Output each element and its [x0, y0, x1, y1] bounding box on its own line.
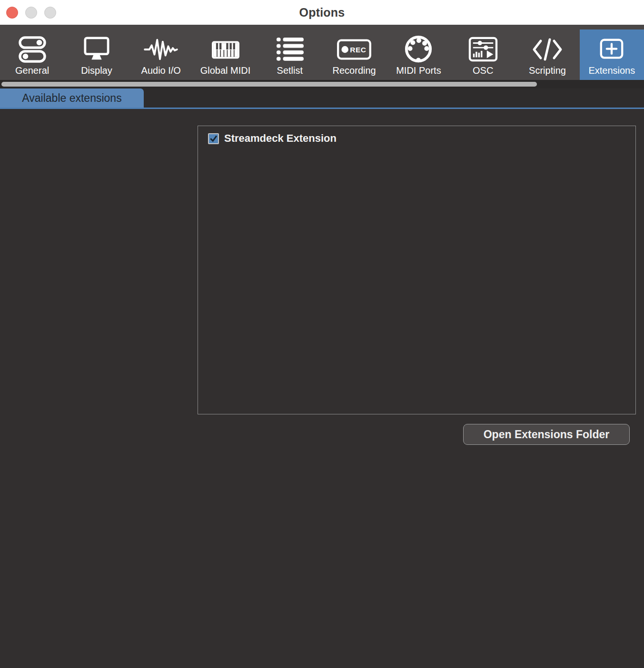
open-extensions-folder-button[interactable]: Open Extensions Folder: [463, 424, 630, 445]
toolbar-item-midi-ports[interactable]: MIDI Ports: [386, 29, 451, 80]
waveform-icon: [142, 35, 179, 64]
toolbar-item-label: Display: [81, 65, 112, 76]
close-button[interactable]: [6, 7, 18, 19]
minimize-button[interactable]: [25, 7, 37, 19]
zoom-button[interactable]: [44, 7, 56, 19]
list-icon: [275, 35, 305, 64]
toolbar-item-general[interactable]: General: [0, 29, 64, 80]
options-toolbar: General Display Audio I/O: [0, 25, 644, 80]
plus-box-icon: [596, 35, 627, 64]
toolbar-item-audio-io[interactable]: Audio I/O: [129, 29, 193, 80]
control-panel-icon: [468, 35, 498, 64]
titlebar: Options: [0, 0, 644, 25]
extension-row: Streamdeck Extension: [198, 126, 635, 145]
toolbar-item-label: Audio I/O: [141, 65, 181, 76]
svg-text:REC: REC: [350, 46, 366, 54]
toolbar-item-label: MIDI Ports: [396, 65, 441, 76]
piano-keyboard-icon: [209, 35, 242, 64]
code-brackets-icon: [531, 35, 564, 64]
extensions-list-panel: Streamdeck Extension: [198, 126, 636, 414]
midi-din-icon: [404, 35, 433, 64]
toolbar-item-label: Scripting: [529, 65, 566, 76]
extension-checkbox[interactable]: [208, 133, 219, 144]
extensions-page: Streamdeck Extension Open Extensions Fol…: [0, 109, 644, 668]
toolbar-item-setlist[interactable]: Setlist: [258, 29, 322, 80]
window-controls: [6, 0, 56, 25]
monitor-icon: [81, 35, 112, 64]
toolbar-item-label: Recording: [333, 65, 376, 76]
toolbar-item-extensions[interactable]: Extensions: [580, 29, 644, 80]
toolbar-item-global-midi[interactable]: Global MIDI: [193, 29, 258, 80]
toolbar-item-label: Extensions: [588, 65, 635, 76]
options-window: Options General Display: [0, 0, 644, 668]
toolbar-item-label: Setlist: [277, 65, 303, 76]
toggle-switches-icon: [18, 35, 47, 64]
window-title: Options: [299, 6, 345, 20]
tab-label: Available extensions: [22, 92, 121, 105]
toolbar-item-display[interactable]: Display: [64, 29, 129, 80]
toolbar-item-osc[interactable]: OSC: [451, 29, 515, 80]
toolbar-item-label: OSC: [473, 65, 493, 76]
toolbar-scrollbar-track: [0, 80, 644, 88]
toolbar-item-scripting[interactable]: Scripting: [515, 29, 579, 80]
checkmark-icon: [209, 135, 218, 143]
toolbar-item-label: Global MIDI: [200, 65, 251, 76]
toolbar-item-recording[interactable]: REC Recording: [322, 29, 386, 80]
tab-available-extensions[interactable]: Available extensions: [0, 88, 144, 108]
toolbar-scrollbar-thumb[interactable]: [1, 82, 537, 87]
rec-badge-icon: REC: [336, 35, 372, 64]
tab-bar: Available extensions: [0, 88, 644, 108]
toolbar-item-label: General: [15, 65, 49, 76]
extension-name: Streamdeck Extension: [224, 132, 337, 145]
